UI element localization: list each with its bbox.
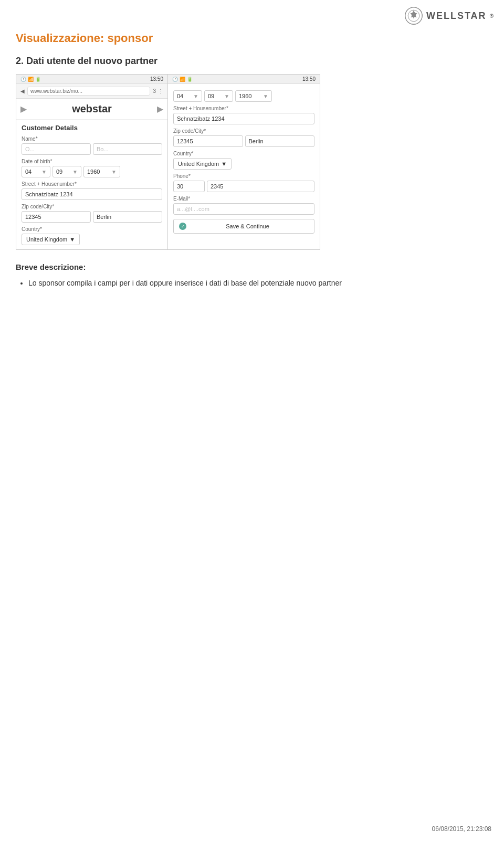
right-wifi-icon: 📶 <box>180 77 185 82</box>
save-continue-button[interactable]: ✓ Save & Continue <box>173 219 314 234</box>
right-street-input[interactable]: Schnatzibatz 1234 <box>173 113 314 124</box>
dob-year-select[interactable]: 1960 ▼ <box>83 166 120 177</box>
right-dob-row: 04 ▼ 09 ▼ 1960 ▼ <box>173 90 314 102</box>
right-status-time: 13:50 <box>302 76 316 82</box>
webstar-label: web <box>72 103 92 114</box>
logo-area: WELLSTAR® <box>404 6 494 25</box>
right-status-icons-left: 🕐 📶 🔋 <box>172 77 193 82</box>
street-input[interactable]: Schnatzibatz 1234 <box>22 188 162 200</box>
banner-left-arrow: ▶ <box>20 104 27 114</box>
dob-month-chevron: ▼ <box>72 169 78 175</box>
phones-container: 🕐 📶 🔋 13:50 ◀ www.webstar.biz/mo... 3 ⋮ … <box>16 74 320 250</box>
left-status-bar: 🕐 📶 🔋 13:50 <box>16 75 167 84</box>
logo-reg: ® <box>490 13 494 19</box>
dob-day-chevron: ▼ <box>41 169 47 175</box>
right-dob-month-value: 09 <box>208 93 214 99</box>
right-zip-row: 12345 Berlin <box>173 135 314 147</box>
dob-month-select[interactable]: 09 ▼ <box>52 166 81 177</box>
left-status-time: 13:50 <box>150 76 163 82</box>
description-title: Breve descrizione: <box>16 262 488 271</box>
browser-bar: ◀ www.webstar.biz/mo... 3 ⋮ <box>16 84 167 99</box>
save-check-icon: ✓ <box>179 223 186 230</box>
save-btn-label: Save & Continue <box>226 223 269 229</box>
name-row: O... Bo... <box>22 143 162 155</box>
zip-row: 12345 Berlin <box>22 211 162 223</box>
dob-day-select[interactable]: 04 ▼ <box>22 166 50 177</box>
page-title: Visualizzazione: sponsor <box>16 31 488 45</box>
right-country-select[interactable]: United Kingdom ▼ <box>173 158 232 170</box>
right-battery-icon: 🔋 <box>187 77 193 82</box>
right-dob-year-chevron: ▼ <box>263 93 268 99</box>
dob-month-value: 09 <box>56 169 62 175</box>
right-dob-day-select[interactable]: 04 ▼ <box>173 90 202 102</box>
webstar-label-2: star <box>92 103 112 114</box>
country-chevron: ▼ <box>69 236 75 243</box>
bullet-item: Lo sponsor compila i campi per i dati op… <box>28 278 488 289</box>
country-select[interactable]: United Kingdom ▼ <box>22 234 80 245</box>
right-email-label: E-Mail* <box>173 196 314 202</box>
right-country-value: United Kingdom <box>178 161 219 167</box>
right-country-chevron: ▼ <box>221 161 227 167</box>
menu-icon: ⋮ <box>158 88 163 94</box>
tab-count: 3 <box>153 88 156 94</box>
section-title: 2. Dati utente del nuovo partner <box>16 56 488 67</box>
right-phone-label: Phone* <box>173 173 314 179</box>
city-input[interactable]: Berlin <box>93 211 162 223</box>
right-dob-year-value: 1960 <box>239 93 251 99</box>
right-dob-day-chevron: ▼ <box>193 93 198 99</box>
banner-right-arrow: ▶ <box>157 104 163 114</box>
right-country-label: Country* <box>173 151 314 156</box>
right-email-input[interactable]: a...@l....com <box>173 203 314 215</box>
right-dob-month-chevron: ▼ <box>224 93 229 99</box>
name-first-input[interactable]: O... <box>22 143 91 155</box>
dob-row: 04 ▼ 09 ▼ 1960 ▼ <box>22 166 162 177</box>
dob-label: Date of birth* <box>22 159 162 164</box>
right-zip-input[interactable]: 12345 <box>173 135 243 147</box>
name-label: Name* <box>22 136 162 142</box>
zip-input[interactable]: 12345 <box>22 211 91 223</box>
right-alarm-icon: 🕐 <box>172 77 178 82</box>
right-phone-row: 30 2345 <box>173 181 314 192</box>
country-label: Country* <box>22 226 162 232</box>
main-content: Visualizzazione: sponsor 2. Dati utente … <box>0 0 504 310</box>
right-dob-year-select[interactable]: 1960 ▼ <box>235 90 272 102</box>
back-icon: ◀ <box>20 88 25 94</box>
left-form-section: Customer Details Name* O... Bo... Date o… <box>16 120 167 249</box>
right-dob-month-select[interactable]: 09 ▼ <box>204 90 233 102</box>
name-last-input[interactable]: Bo... <box>93 143 162 155</box>
right-form-section: 04 ▼ 09 ▼ 1960 ▼ Street + Housenumber* S… <box>168 84 320 238</box>
description-section: Breve descrizione: Lo sponsor compila i … <box>16 262 488 289</box>
street-label: Street + Housenumber* <box>22 181 162 187</box>
bullet-list: Lo sponsor compila i campi per i dati op… <box>16 278 488 289</box>
zip-label: Zip code/City* <box>22 204 162 209</box>
webstar-logo: webstar <box>27 103 157 115</box>
left-phone-screen: 🕐 📶 🔋 13:50 ◀ www.webstar.biz/mo... 3 ⋮ … <box>16 75 168 249</box>
phone-number-input[interactable]: 2345 <box>207 181 314 192</box>
right-status-bar: 🕐 📶 🔋 13:50 <box>168 75 320 84</box>
webstar-banner: ▶ webstar ▶ <box>16 99 167 120</box>
phone-prefix-input[interactable]: 30 <box>173 181 205 192</box>
footer-timestamp: 06/08/2015, 21:23:08 <box>432 825 491 833</box>
country-value: United Kingdom <box>26 236 67 243</box>
battery-icon: 🔋 <box>35 77 41 82</box>
left-status-icons-left: 🕐 📶 🔋 <box>20 77 41 82</box>
right-phone-screen: 🕐 📶 🔋 13:50 04 ▼ 09 ▼ <box>168 75 320 249</box>
right-zip-label: Zip code/City* <box>173 128 314 134</box>
customer-details-title: Customer Details <box>22 124 162 132</box>
browser-url[interactable]: www.webstar.biz/mo... <box>27 87 150 96</box>
right-city-input[interactable]: Berlin <box>245 135 315 147</box>
wifi-icon: 📶 <box>28 77 34 82</box>
browser-icons: 3 ⋮ <box>153 88 163 94</box>
right-street-label: Street + Housenumber* <box>173 106 314 111</box>
dob-day-value: 04 <box>25 169 32 175</box>
dob-year-chevron: ▼ <box>111 169 117 175</box>
alarm-icon: 🕐 <box>20 77 26 82</box>
right-dob-day-value: 04 <box>177 93 183 99</box>
wellstar-logo-icon <box>404 6 423 25</box>
logo-text: WELLSTAR <box>426 10 487 22</box>
dob-year-value: 1960 <box>87 169 100 175</box>
